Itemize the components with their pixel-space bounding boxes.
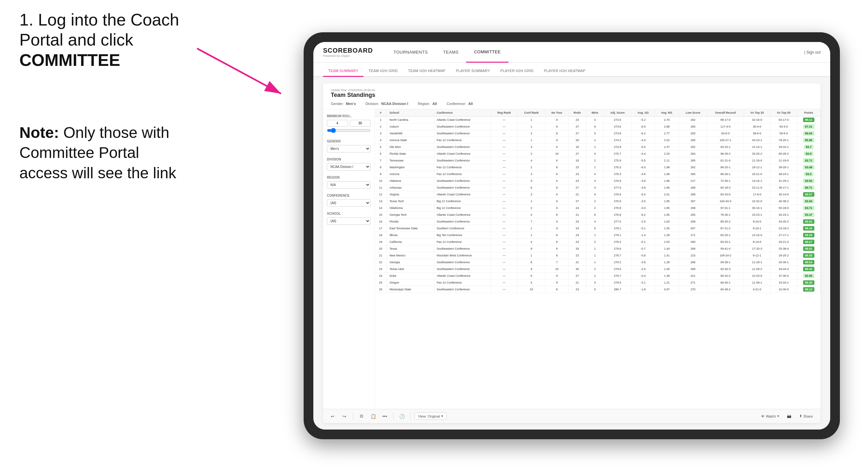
nav-items: TOURNAMENTS TEAMS COMMITTEE bbox=[386, 42, 804, 63]
table-cell: 24 bbox=[375, 273, 387, 279]
table-cell: Southeastern Conference bbox=[434, 123, 491, 130]
share-button[interactable]: ⬆ Share bbox=[797, 413, 815, 419]
table-cell: -3.8 bbox=[631, 184, 655, 191]
table-cell: 1.44 bbox=[655, 245, 679, 252]
table-cell: 267 bbox=[679, 225, 707, 232]
filter-max-input[interactable] bbox=[350, 120, 371, 127]
filter-gender: Gender Men's bbox=[327, 139, 371, 152]
table-cell: 17 bbox=[375, 225, 387, 232]
filter-slider[interactable] bbox=[327, 128, 371, 133]
sign-out-button[interactable]: | Sign out bbox=[804, 50, 820, 55]
table-cell: — bbox=[491, 218, 518, 225]
table-cell: Illinois bbox=[387, 232, 434, 239]
table-cell: 269 bbox=[679, 205, 707, 212]
table-cell: — bbox=[491, 245, 518, 252]
table-cell: 4 bbox=[518, 157, 546, 164]
table-cell: 88.38 bbox=[797, 279, 820, 286]
scoreboard-logo: SCOREBOARD Powered by clippd bbox=[323, 47, 373, 58]
table-cell: 89.11 bbox=[797, 117, 820, 123]
screenshot-button[interactable]: 📷 bbox=[784, 413, 794, 419]
table-cell: Pac-12 Conference bbox=[434, 164, 491, 171]
table-cell: 26 bbox=[375, 286, 387, 293]
filter-select-school[interactable]: (All) bbox=[327, 217, 371, 225]
table-cell: 5 bbox=[518, 178, 546, 184]
undo-button[interactable]: ↩ bbox=[328, 412, 337, 421]
table-cell: 21 bbox=[568, 279, 586, 286]
table-cell: 1 bbox=[518, 225, 546, 232]
watch-button[interactable]: 👁 Watch ▾ bbox=[758, 413, 782, 419]
table-cell: Texas A&M bbox=[387, 266, 434, 273]
table-cell: 27-17-1 bbox=[770, 232, 797, 239]
tab-team-h2h-grid[interactable]: TEAM H2H GRID bbox=[364, 69, 403, 77]
table-cell: — bbox=[491, 259, 518, 266]
filter-min-input[interactable] bbox=[327, 120, 348, 127]
nav-item-committee[interactable]: COMMITTEE bbox=[466, 42, 508, 63]
filter-range-row bbox=[327, 120, 371, 127]
more-button[interactable]: ••• bbox=[380, 412, 389, 421]
th-vs-top-50: Vs Top 50 bbox=[770, 109, 797, 117]
table-cell: — bbox=[491, 191, 518, 198]
table-cell: 63-15-1 bbox=[707, 144, 744, 151]
table-row: 8WashingtonPac-12 Conference—28231276.3-… bbox=[375, 164, 820, 171]
table-cell: 10-23-0 bbox=[744, 273, 770, 279]
table-header-row: # School Conference Reg Rank Conf Rank N… bbox=[375, 109, 820, 117]
table-cell: 23 bbox=[568, 232, 586, 239]
table-cell: — bbox=[491, 184, 518, 191]
table-cell: 7 bbox=[518, 218, 546, 225]
table-cell: Atlantic Coast Conference bbox=[434, 191, 491, 198]
table-cell: Southeastern Conference bbox=[434, 157, 491, 164]
filter-select-division[interactable]: NCAA Division I bbox=[327, 163, 371, 170]
table-cell: Southeastern Conference bbox=[434, 130, 491, 137]
table-cell: 2 bbox=[586, 198, 604, 205]
nav-item-teams[interactable]: TEAMS bbox=[435, 42, 466, 63]
table-cell: 1 bbox=[518, 252, 546, 259]
table-cell: — bbox=[491, 137, 518, 144]
table-cell: -6.0 bbox=[631, 164, 655, 171]
table-cell: 82-25-1 bbox=[707, 232, 744, 239]
table-cell: 20-39-1 bbox=[770, 259, 797, 266]
table-cell: -3.8 bbox=[631, 259, 655, 266]
table-cell: Pac-12 Conference bbox=[434, 171, 491, 178]
table-cell: 24 bbox=[568, 205, 586, 212]
table-row: 10AlabamaSoutheastern Conference—5623327… bbox=[375, 178, 820, 184]
th-wins: Wins bbox=[586, 109, 604, 117]
table-cell: -6.0 bbox=[631, 191, 655, 198]
paste-button[interactable]: 📋 bbox=[369, 412, 378, 421]
nav-item-tournaments[interactable]: TOURNAMENTS bbox=[386, 42, 435, 63]
redo-button[interactable]: ↪ bbox=[340, 412, 349, 421]
th-reg-rank: Reg Rank bbox=[491, 109, 518, 117]
table-cell: 9-10-1 bbox=[744, 225, 770, 232]
table-cell: 26 bbox=[568, 245, 586, 252]
filter-select-conference[interactable]: (All) bbox=[327, 199, 371, 207]
table-cell: 2.77 bbox=[655, 130, 679, 137]
table-cell: 1.39 bbox=[655, 273, 679, 279]
table-cell: 25 bbox=[375, 279, 387, 286]
table-cell: 221 bbox=[679, 273, 707, 279]
card-header: Update time: 27/03/2024 16:56:26 Team St… bbox=[323, 83, 820, 109]
table-cell: 4 bbox=[375, 137, 387, 144]
table-cell: 8 bbox=[375, 164, 387, 171]
logo-title: SCOREBOARD bbox=[323, 47, 373, 54]
tab-player-h2h-heatmap[interactable]: PLAYER H2H HEATMAP bbox=[539, 69, 590, 77]
tab-team-h2h-heatmap[interactable]: TEAM H2H HEATMAP bbox=[403, 69, 451, 77]
tab-player-summary[interactable]: PLAYER SUMMARY bbox=[451, 69, 495, 77]
clock-button[interactable]: 🕐 bbox=[397, 412, 406, 421]
filter-select-region[interactable]: N/A bbox=[327, 181, 371, 189]
table-cell: 117-4-0 bbox=[707, 123, 744, 130]
table-cell: 23 bbox=[375, 266, 387, 273]
sub-tabs: TEAM SUMMARY TEAM H2H GRID TEAM H2H HEAT… bbox=[313, 63, 830, 77]
filter-select-gender[interactable]: Men's bbox=[327, 145, 371, 152]
tab-team-summary[interactable]: TEAM SUMMARY bbox=[323, 69, 364, 77]
table-cell: 2 bbox=[586, 157, 604, 164]
table-cell: 2.70 bbox=[655, 117, 679, 123]
table-cell: -3.1 bbox=[631, 279, 655, 286]
table-cell: 86.71 bbox=[797, 184, 820, 191]
table-cell: 31-29-1 bbox=[770, 178, 797, 184]
logo-subtitle: Powered by clippd bbox=[323, 54, 373, 58]
filter-conference: Conference (All) bbox=[327, 194, 371, 207]
copy-button[interactable]: ⧉ bbox=[357, 412, 366, 421]
filter-region: Region N/A bbox=[327, 176, 371, 189]
view-original-button[interactable]: View: Original ▾ bbox=[414, 412, 447, 420]
filters-sidebar: Minimum Rou... Gender Men's bbox=[323, 109, 375, 409]
tab-player-h2h-grid[interactable]: PLAYER H2H GRID bbox=[495, 69, 539, 77]
